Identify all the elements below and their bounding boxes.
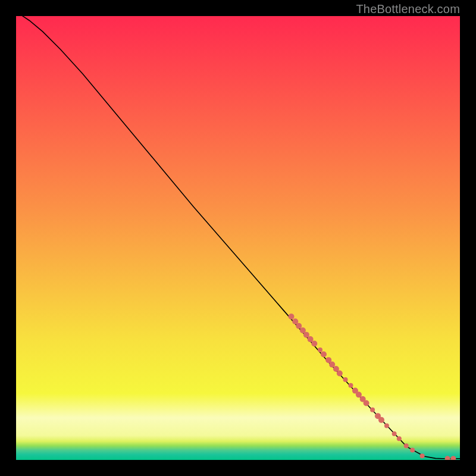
chart-stage: TheBottleneck.com: [0, 0, 476, 476]
data-point: [356, 392, 362, 397]
data-point: [378, 417, 384, 423]
data-point: [337, 371, 343, 377]
data-point: [318, 347, 322, 352]
data-point: [404, 443, 409, 448]
data-point: [311, 341, 317, 347]
data-point: [392, 431, 397, 436]
chart-svg: [16, 16, 460, 460]
watermark-text: TheBottleneck.com: [356, 2, 460, 16]
data-point: [321, 351, 327, 357]
data-point: [289, 314, 295, 320]
data-point: [384, 424, 389, 428]
data-point: [343, 377, 348, 382]
data-point: [329, 362, 335, 368]
data-point: [364, 400, 369, 406]
data-point: [420, 453, 425, 458]
data-point: [308, 336, 314, 342]
data-point: [397, 436, 402, 441]
chart-plot-area: [16, 16, 460, 460]
data-point: [370, 408, 375, 412]
data-point: [303, 332, 309, 338]
data-point: [348, 383, 353, 388]
data-point: [296, 323, 302, 329]
chart-background: [16, 16, 460, 460]
data-point: [410, 448, 415, 453]
